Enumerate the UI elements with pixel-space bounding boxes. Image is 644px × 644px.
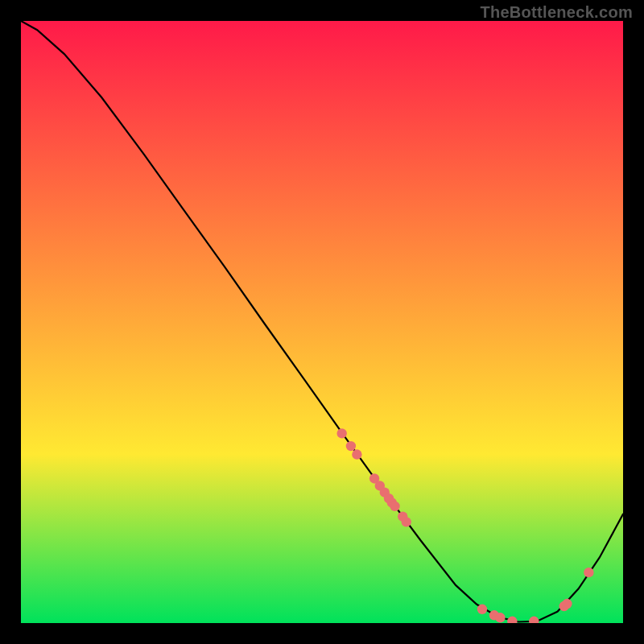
figure-frame: TheBottleneck.com	[0, 0, 644, 644]
marker-dot	[495, 613, 505, 622]
marker-dot	[562, 599, 572, 609]
plot-area	[21, 21, 623, 623]
watermark-text: TheBottleneck.com	[480, 3, 633, 22]
marker-dot	[390, 502, 399, 511]
marker-dot	[477, 605, 487, 614]
marker-dot	[346, 441, 356, 451]
marker-dot	[402, 517, 411, 526]
marker-dot	[584, 568, 593, 577]
marker-dot	[352, 449, 361, 459]
marker-dot	[336, 428, 346, 438]
plot-svg	[21, 21, 623, 623]
